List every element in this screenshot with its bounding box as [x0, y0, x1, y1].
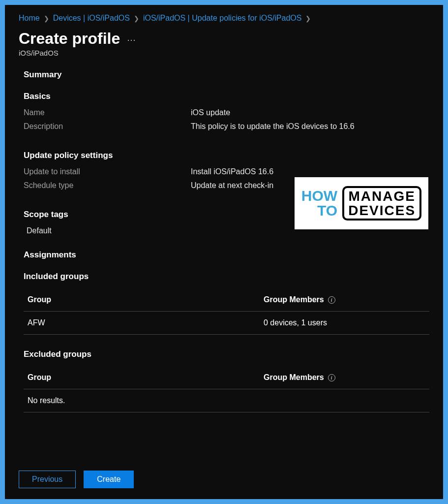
- info-icon[interactable]: i: [328, 374, 335, 381]
- schedule-type-value: Update at next check-in: [191, 181, 273, 190]
- included-row-members: 0 devices, 1 users: [264, 318, 425, 327]
- chevron-right-icon: ❯: [44, 15, 49, 22]
- watermark-how: HOW: [301, 189, 337, 203]
- included-col-members: Group Members: [264, 295, 324, 304]
- schedule-type-label: Schedule type: [24, 181, 191, 190]
- excluded-col-members: Group Members: [264, 373, 324, 382]
- section-basics: Basics: [24, 92, 429, 101]
- excluded-col-group: Group: [28, 373, 264, 382]
- section-summary: Summary: [24, 70, 429, 80]
- page-title: Create profile: [19, 30, 120, 48]
- chevron-right-icon: ❯: [134, 15, 139, 22]
- section-included-groups: Included groups: [24, 272, 429, 282]
- page-subtitle: iOS/iPadOS: [19, 49, 429, 57]
- watermark-manage: MANAGE: [348, 189, 416, 203]
- table-row: AFW 0 devices, 1 users: [24, 311, 429, 335]
- breadcrumb-link-home[interactable]: Home: [19, 14, 40, 23]
- section-update-policy: Update policy settings: [24, 151, 429, 160]
- chevron-right-icon: ❯: [305, 15, 311, 22]
- create-button[interactable]: Create: [84, 471, 134, 488]
- watermark-logo: HOW TO MANAGE DEVICES: [295, 177, 428, 229]
- included-row-group: AFW: [28, 318, 264, 327]
- update-install-value: Install iOS/iPadOS 16.6: [191, 167, 273, 176]
- update-install-label: Update to install: [24, 167, 191, 176]
- table-row: No results.: [24, 389, 429, 412]
- included-col-group: Group: [28, 295, 264, 304]
- info-icon[interactable]: i: [328, 296, 335, 304]
- watermark-to: TO: [301, 203, 337, 218]
- basics-desc-label: Description: [24, 122, 191, 131]
- breadcrumb-link-devices[interactable]: Devices | iOS/iPadOS: [53, 14, 130, 23]
- excluded-no-results: No results.: [28, 396, 264, 405]
- more-icon[interactable]: ⋯: [127, 34, 137, 45]
- watermark-devices: DEVICES: [348, 203, 416, 218]
- previous-button[interactable]: Previous: [19, 471, 76, 488]
- section-excluded-groups: Excluded groups: [24, 349, 429, 359]
- basics-name-value: iOS update: [191, 108, 230, 117]
- basics-name-label: Name: [24, 108, 191, 117]
- section-assignments: Assignments: [24, 250, 429, 260]
- breadcrumb-link-update-policies[interactable]: iOS/iPadOS | Update policies for iOS/iPa…: [143, 14, 302, 23]
- breadcrumb: Home ❯ Devices | iOS/iPadOS ❯ iOS/iPadOS…: [19, 14, 429, 23]
- basics-desc-value: This policy is to update the iOS devices…: [191, 122, 355, 131]
